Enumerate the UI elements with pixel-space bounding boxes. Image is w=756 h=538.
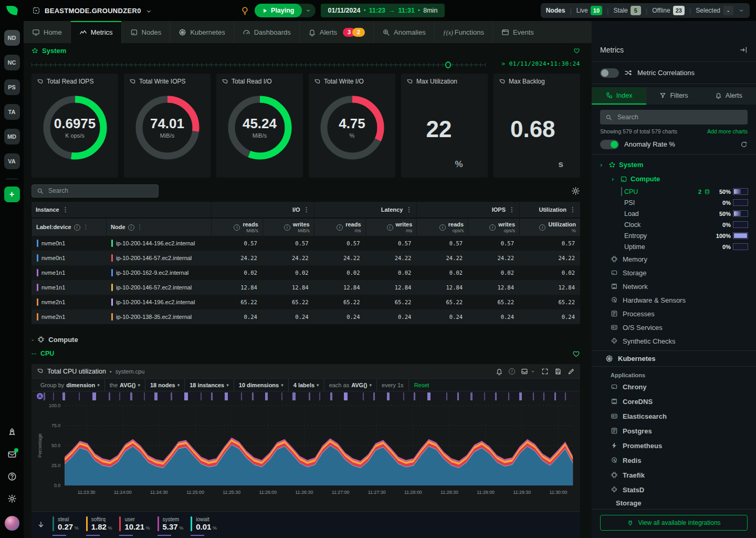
tree-item-memory[interactable]: Memory [592,252,756,266]
legend-item-iowait[interactable]: iowait0.01 % [191,516,217,533]
reset-link[interactable]: Reset [414,382,429,388]
favorite-heart-icon[interactable] [573,47,580,54]
workspace-button-md[interactable]: MD [4,129,20,144]
column-menu-icon[interactable]: ⋮ [83,224,89,231]
metric-correlations-toggle[interactable] [600,68,619,78]
tab-anomalies[interactable]: Anomalies [373,21,434,43]
netdata-logo[interactable] [0,0,24,21]
tree-leaf-load[interactable]: Load50% [592,208,756,219]
news-bulb-icon[interactable] [240,6,249,15]
sidebar-item-redis[interactable]: Redis [592,453,756,468]
info-icon[interactable]: i [74,224,80,231]
sidebar-item-postgres[interactable]: Postgres [592,423,756,438]
toolbar-chip-4-labels[interactable]: 4 labels▾ [289,379,324,391]
sidebar-tab-index[interactable]: Index [592,87,646,105]
column-menu-icon[interactable]: ⋮ [406,206,412,213]
workspace-button-ps[interactable]: PS [4,79,20,95]
sidebar-tab-alerts[interactable]: Alerts [701,87,756,105]
column-header-3[interactable]: iwritesMiB/s [262,219,314,236]
play-options-chevron-icon[interactable] [305,7,311,14]
compute-section-header[interactable]: - Compute [32,333,580,346]
chevron-expand-icon[interactable]: › [600,161,605,169]
nodes-segment-selected[interactable]: Selected- [696,6,733,15]
user-avatar[interactable] [5,516,19,531]
info-icon[interactable]: i [234,224,240,231]
column-header-5[interactable]: iwritesms [365,219,417,236]
tree-leaf-uptime[interactable]: Uptime0% [592,241,756,252]
tab-nodes[interactable]: Nodes [121,21,170,43]
chart-save-icon[interactable] [554,368,562,375]
column-header-4[interactable]: ireadsms [314,219,365,236]
help-icon[interactable] [7,472,17,481]
toolbar-chip-18-instances[interactable]: 18 instances▾ [185,379,234,391]
column-header-7[interactable]: iwritesops/s [468,219,519,236]
view-integrations-button[interactable]: View all available integrations [600,515,748,531]
table-search-input[interactable] [47,187,153,195]
chevron-expand-icon[interactable]: › [612,175,617,183]
sidebar-item-kubernetes[interactable]: Kubernetes [592,350,756,367]
toolbar-chip-avg-[interactable]: each asAVG()▾ [324,379,377,391]
chevron-down-icon[interactable] [530,369,536,374]
settings-gear-icon[interactable] [7,494,17,503]
feedback-mail-icon[interactable] [7,450,17,459]
tree-leaf-clock[interactable]: Clock0% [592,219,756,230]
workspace-button-va[interactable]: VA [4,153,20,169]
gauge-card-total-read-i-o[interactable]: Total Read I/O45.24MiB/s [216,74,303,178]
table-row[interactable]: nvme1n1ip-10-200-162-9.ec2.internal0.020… [32,265,580,280]
anomaly-rate-toggle[interactable] [600,140,619,149]
group-header-i-o[interactable]: I/O⋮ [211,202,314,218]
toolbar-chip-avg-[interactable]: theAVG()▾ [105,379,145,391]
column-header-8[interactable]: iUtilization% [519,219,580,236]
space-selector[interactable]: BEASTMODE.GROUNDZER0 [32,6,152,15]
column-menu-icon[interactable]: ⋮ [570,206,576,213]
sort-dimensions-icon[interactable] [37,521,45,529]
workspace-button-nc[interactable]: NC [4,55,20,70]
chart-info-icon[interactable]: i [509,368,515,375]
tree-leaf-cpu[interactable]: CPU250% [592,186,756,197]
sidebar-item-traefik[interactable]: Traefik [592,468,756,482]
tree-item-o-s-services[interactable]: O/S Services [592,320,756,334]
gauge-card-total-read-iops[interactable]: Total Read IOPS0.6975K ops/s [32,74,118,178]
sidebar-item-coredns[interactable]: CoreDNS [592,394,756,409]
column-header-1[interactable]: Nodei⋮ [106,219,211,236]
cpu-subsection-header[interactable]: -- CPU [32,347,580,360]
info-icon[interactable]: i [439,224,446,231]
time-scrubber[interactable]: > 01/11/2024•11:30:24 [32,58,580,70]
toolbar-chip-dimension[interactable]: Group bydimension▾ [36,379,105,391]
date-range-picker[interactable]: 01/11/2024 • 11:23 → 11:31 • 8min [321,4,445,17]
tab-events[interactable]: Events [492,21,542,43]
info-icon[interactable]: i [337,224,343,231]
sidebar-item-elasticsearch[interactable]: Elasticsearch [592,409,756,423]
whats-new-icon[interactable] [7,428,17,437]
gauge-card-total-write-i-o[interactable]: Total Write I/O4.75% [309,74,395,178]
column-menu-icon[interactable]: ⋮ [137,224,143,231]
info-icon[interactable]: i [284,224,290,231]
legend-item-system[interactable]: system5.37 % [158,516,184,533]
toolbar-chip-every-1s[interactable]: every 1s [377,379,409,391]
tree-item-network[interactable]: Network [592,280,756,293]
group-header-instance[interactable]: Instance⋮ [32,202,211,218]
workspace-button-nd[interactable]: ND [4,30,20,46]
sidebar-item-prometheus[interactable]: Prometheus [592,438,756,453]
table-row[interactable]: nvme2n1ip-10-200-138-35.ec2.internal0.24… [32,309,580,324]
legend-item-steal[interactable]: steal0.27 % [52,516,79,533]
refresh-icon[interactable] [740,141,748,148]
sidebar-item-statsd[interactable]: StatsD [592,482,756,497]
table-row[interactable]: nvme1n1ip-10-200-146-57.ec2.internal12.8… [32,280,580,295]
sidebar-item-storage-sub[interactable]: Storage [592,497,756,509]
gauge-card-max-backlog[interactable]: Max Backlog0.68s [494,74,580,178]
chart-fullscreen-icon[interactable] [541,368,549,375]
toolbar-chip-10-dimensions[interactable]: 10 dimensions▾ [234,379,289,391]
column-menu-icon[interactable]: ⋮ [303,206,310,213]
info-icon[interactable]: i [539,224,545,231]
tree-item-system[interactable]: ›System [592,158,756,172]
add-workspace-button[interactable]: + [4,187,20,202]
column-header-2[interactable]: ireadsMiB/s [211,219,262,236]
tree-item-processes[interactable]: Processes [592,307,756,320]
column-header-0[interactable]: Label:devicei⋮ [32,219,106,236]
tree-leaf-entropy[interactable]: Entropy100% [592,230,756,241]
tab-dashboards[interactable]: Dashboards [234,21,299,43]
table-row[interactable]: nvme0n1ip-10-200-146-57.ec2.internal24.2… [32,251,580,265]
info-icon[interactable]: i [128,224,134,231]
toolbar-chip-18-nodes[interactable]: 18 nodes▾ [145,379,185,391]
